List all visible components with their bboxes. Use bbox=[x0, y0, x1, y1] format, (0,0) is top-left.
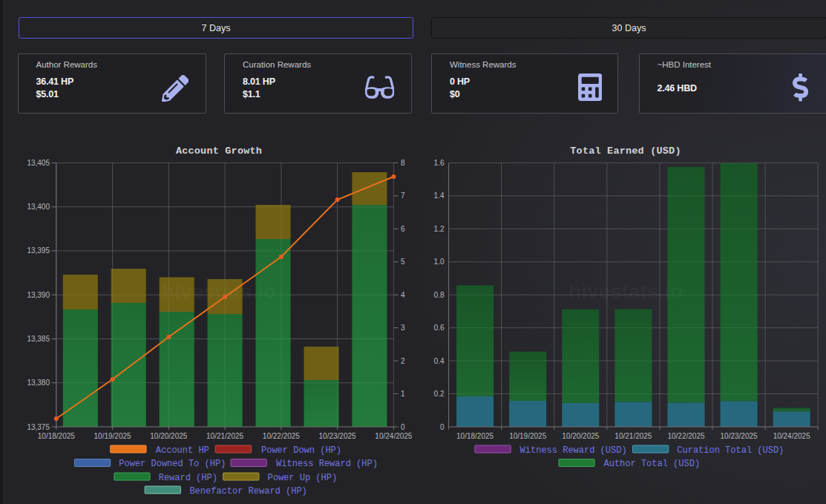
svg-text:5: 5 bbox=[401, 258, 405, 266]
svg-text:1.2: 1.2 bbox=[434, 225, 445, 233]
svg-text:10/24/2025: 10/24/2025 bbox=[375, 432, 412, 440]
svg-text:Witness Reward (HP): Witness Reward (HP) bbox=[276, 459, 378, 469]
svg-text:13,385: 13,385 bbox=[27, 335, 50, 343]
svg-text:4: 4 bbox=[401, 291, 405, 299]
svg-text:Account HP: Account HP bbox=[156, 445, 209, 456]
svg-text:0.8: 0.8 bbox=[434, 291, 445, 299]
svg-text:0: 0 bbox=[401, 423, 405, 431]
svg-text:Benefactor Reward (HP): Benefactor Reward (HP) bbox=[189, 486, 307, 497]
svg-text:0: 0 bbox=[440, 423, 445, 431]
svg-text:1.0: 1.0 bbox=[434, 258, 445, 266]
svg-text:Witness Reward (USD): Witness Reward (USD) bbox=[520, 445, 627, 456]
svg-text:Author Total (USD): Author Total (USD) bbox=[604, 459, 701, 469]
svg-text:2: 2 bbox=[401, 357, 405, 365]
svg-text:Reward (HP): Reward (HP) bbox=[159, 473, 217, 483]
svg-text:10/19/2025: 10/19/2025 bbox=[509, 432, 546, 440]
svg-text:10/21/2025: 10/21/2025 bbox=[206, 432, 243, 440]
svg-text:13,390: 13,390 bbox=[27, 291, 50, 299]
svg-text:10/20/2025: 10/20/2025 bbox=[150, 432, 187, 440]
svg-text:1.6: 1.6 bbox=[434, 159, 445, 167]
svg-text:13,375: 13,375 bbox=[27, 423, 50, 431]
svg-text:hivestats.io: hivestats.io bbox=[568, 280, 683, 303]
svg-text:0.2: 0.2 bbox=[434, 390, 445, 398]
svg-text:13,380: 13,380 bbox=[27, 379, 50, 387]
svg-text:10/23/2025: 10/23/2025 bbox=[721, 432, 758, 440]
svg-text:1: 1 bbox=[401, 390, 405, 398]
svg-text:10/24/2025: 10/24/2025 bbox=[773, 432, 810, 440]
svg-text:13,405: 13,405 bbox=[27, 159, 50, 167]
svg-text:Power Downed To (HP): Power Downed To (HP) bbox=[119, 459, 226, 469]
svg-text:6: 6 bbox=[401, 225, 405, 233]
svg-text:Total Earned (USD): Total Earned (USD) bbox=[570, 145, 681, 157]
svg-text:0.6: 0.6 bbox=[434, 324, 445, 332]
svg-text:10/23/2025: 10/23/2025 bbox=[319, 432, 356, 440]
svg-text:13,400: 13,400 bbox=[27, 203, 50, 211]
svg-text:10/20/2025: 10/20/2025 bbox=[562, 432, 599, 440]
svg-text:3: 3 bbox=[401, 324, 405, 332]
svg-text:10/19/2025: 10/19/2025 bbox=[94, 432, 131, 440]
svg-text:Curation Total (USD): Curation Total (USD) bbox=[677, 445, 784, 456]
svg-text:13,395: 13,395 bbox=[27, 246, 50, 255]
svg-text:10/22/2025: 10/22/2025 bbox=[263, 432, 300, 440]
svg-text:10/22/2025: 10/22/2025 bbox=[667, 432, 704, 440]
svg-text:10/21/2025: 10/21/2025 bbox=[614, 432, 652, 440]
svg-text:Power Down (HP): Power Down (HP) bbox=[261, 445, 341, 456]
svg-text:10/18/2025: 10/18/2025 bbox=[456, 432, 494, 440]
svg-text:8: 8 bbox=[401, 159, 405, 167]
svg-text:Power Up (HP): Power Up (HP) bbox=[268, 473, 338, 483]
svg-text:1.4: 1.4 bbox=[434, 192, 445, 200]
svg-text:0.4: 0.4 bbox=[434, 357, 445, 365]
svg-text:hivestats.io: hivestats.io bbox=[162, 280, 276, 303]
svg-text:Account Growth: Account Growth bbox=[176, 145, 262, 157]
svg-text:7: 7 bbox=[401, 192, 405, 200]
svg-text:10/18/2025: 10/18/2025 bbox=[38, 432, 75, 440]
